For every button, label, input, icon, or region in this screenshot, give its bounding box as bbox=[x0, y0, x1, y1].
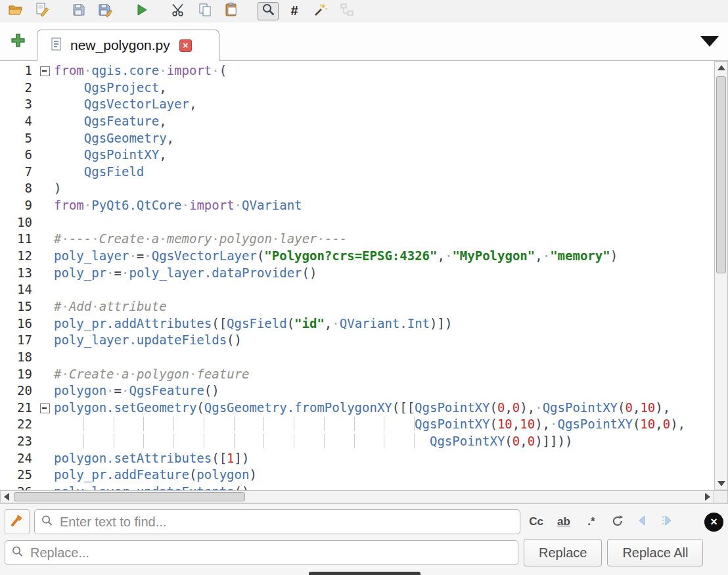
code-line[interactable]: 2 QgsProject, bbox=[0, 80, 714, 97]
next-match-icon bbox=[660, 513, 675, 531]
line-number[interactable]: 6 bbox=[0, 147, 37, 164]
code-line[interactable]: 22 QgsPointXY(10,10),·QgsPointXY(10,0), bbox=[0, 416, 714, 433]
code-line[interactable]: 17poly_layer.updateFields() bbox=[0, 332, 714, 349]
save-as-button[interactable] bbox=[95, 2, 116, 20]
line-number[interactable]: 23 bbox=[0, 433, 37, 450]
code-line[interactable]: 18 bbox=[0, 349, 714, 366]
vertical-scrollbar-thumb[interactable] bbox=[716, 76, 726, 273]
copy-icon bbox=[197, 2, 213, 20]
line-number[interactable]: 5 bbox=[0, 130, 37, 147]
code-line[interactable]: 1from·qgis.core·import·( bbox=[0, 62, 714, 80]
vertical-scrollbar[interactable] bbox=[714, 61, 728, 490]
code-line[interactable]: 23 QgsPointXY(0,0)]])) bbox=[0, 433, 714, 450]
code-line[interactable]: 19#·Create·a·polygon·feature bbox=[0, 366, 714, 383]
code-line[interactable]: 9from·PyQt6.QtCore·import·QVariant bbox=[0, 197, 714, 214]
tab-new-polygon[interactable]: new_polygon.py × bbox=[37, 30, 219, 61]
run-script-button[interactable] bbox=[131, 2, 152, 20]
code-line[interactable]: 5 QgsGeometry, bbox=[0, 130, 714, 147]
line-number[interactable]: 7 bbox=[0, 164, 37, 181]
object-inspector-button[interactable] bbox=[336, 2, 357, 20]
code-line[interactable]: 7 QgsField bbox=[0, 164, 714, 181]
line-number[interactable]: 2 bbox=[0, 80, 37, 97]
find-next-button[interactable] bbox=[657, 511, 678, 532]
line-number[interactable]: 22 bbox=[0, 416, 37, 433]
replace-input[interactable] bbox=[5, 540, 518, 565]
match-case-toggle[interactable]: Cc bbox=[524, 511, 548, 533]
line-number[interactable]: 26 bbox=[0, 484, 37, 490]
line-number[interactable]: 11 bbox=[0, 231, 37, 248]
line-number[interactable]: 25 bbox=[0, 467, 37, 484]
paste-button[interactable] bbox=[221, 2, 242, 20]
line-number[interactable]: 15 bbox=[0, 298, 37, 315]
code-lines[interactable]: 1from·qgis.core·import·(2 QgsProject,3 Q… bbox=[0, 61, 714, 490]
whole-word-toggle[interactable]: ab bbox=[552, 511, 576, 533]
horizontal-scrollbar[interactable] bbox=[0, 490, 714, 503]
scroll-down-arrow[interactable] bbox=[715, 478, 727, 490]
code-text: poly_pr·=·poly_layer.dataProvider() bbox=[54, 265, 317, 282]
line-number[interactable]: 4 bbox=[0, 113, 37, 130]
plus-icon bbox=[10, 32, 26, 51]
new-script-button[interactable] bbox=[32, 2, 53, 20]
copy-button[interactable] bbox=[194, 2, 216, 20]
find-previous-button[interactable] bbox=[632, 511, 653, 532]
cut-button[interactable] bbox=[168, 2, 189, 20]
code-line[interactable]: 16poly_pr.addAttributes([QgsField("id",·… bbox=[0, 315, 714, 333]
line-number[interactable]: 3 bbox=[0, 96, 37, 113]
code-line[interactable]: 3 QgsVectorLayer, bbox=[0, 96, 714, 113]
code-line[interactable]: 8) bbox=[0, 180, 714, 197]
horizontal-scrollbar-thumb[interactable] bbox=[14, 492, 245, 501]
replace-all-button[interactable]: Replace All bbox=[607, 539, 703, 566]
find-input[interactable] bbox=[34, 509, 520, 534]
find-options-button[interactable] bbox=[5, 509, 30, 534]
line-number[interactable]: 18 bbox=[0, 349, 37, 366]
background-window-edge bbox=[309, 572, 421, 575]
code-line[interactable]: 26poly_layer.updateExtents() bbox=[0, 484, 714, 490]
code-line[interactable]: 14 bbox=[0, 281, 714, 298]
code-line[interactable]: 10 bbox=[0, 214, 714, 231]
line-number[interactable]: 16 bbox=[0, 315, 37, 333]
toggle-comment-button[interactable]: # bbox=[284, 2, 305, 20]
code-line[interactable]: 13poly_pr·=·poly_layer.dataProvider() bbox=[0, 265, 714, 282]
line-number[interactable]: 9 bbox=[0, 197, 37, 214]
code-line[interactable]: 4 QgsFeature, bbox=[0, 113, 714, 130]
save-button[interactable] bbox=[68, 2, 89, 20]
regex-toggle[interactable]: .* bbox=[580, 511, 603, 533]
code-line[interactable]: 24polygon.setAttributes([1]) bbox=[0, 450, 714, 467]
code-line[interactable]: 25poly_pr.addFeature(polygon) bbox=[0, 467, 714, 484]
find-text-button[interactable] bbox=[258, 2, 279, 20]
scroll-up-arrow[interactable] bbox=[715, 62, 727, 74]
tab-close-icon[interactable]: × bbox=[179, 39, 192, 52]
code-line[interactable]: 21polygon.setGeometry(QgsGeometry.fromPo… bbox=[0, 400, 714, 417]
line-number[interactable]: 19 bbox=[0, 366, 37, 383]
line-number[interactable]: 17 bbox=[0, 332, 37, 349]
find-tool-icon bbox=[9, 513, 25, 531]
line-number[interactable]: 12 bbox=[0, 248, 37, 265]
scroll-right-arrow[interactable] bbox=[702, 491, 714, 503]
wrap-around-toggle[interactable] bbox=[607, 511, 628, 532]
reformat-code-button[interactable] bbox=[310, 2, 331, 20]
tab-list-dropdown-icon[interactable] bbox=[700, 36, 719, 47]
fold-marker[interactable] bbox=[37, 62, 54, 80]
code-line[interactable]: 12poly_layer·=·QgsVectorLayer("Polygon?c… bbox=[0, 248, 714, 265]
code-editor: 1from·qgis.core·import·(2 QgsProject,3 Q… bbox=[0, 61, 728, 490]
code-line[interactable]: 11#·---·Create·a·memory·polygon·layer·--… bbox=[0, 231, 714, 248]
code-line[interactable]: 6 QgsPointXY, bbox=[0, 147, 714, 164]
line-number[interactable]: 14 bbox=[0, 281, 37, 298]
line-number[interactable]: 21 bbox=[0, 400, 37, 417]
line-number[interactable]: 10 bbox=[0, 214, 37, 231]
line-number[interactable]: 8 bbox=[0, 180, 37, 197]
code-line[interactable]: 20polygon·=·QgsFeature() bbox=[0, 382, 714, 400]
open-script-button[interactable] bbox=[5, 2, 26, 20]
close-find-bar-button[interactable]: × bbox=[704, 513, 723, 532]
fold-spacer bbox=[37, 332, 54, 349]
fold-spacer bbox=[37, 467, 54, 484]
replace-button[interactable]: Replace bbox=[524, 539, 602, 566]
line-number[interactable]: 20 bbox=[0, 382, 37, 400]
scroll-left-arrow[interactable] bbox=[1, 491, 12, 503]
line-number[interactable]: 1 bbox=[0, 62, 37, 80]
line-number[interactable]: 24 bbox=[0, 450, 37, 467]
new-tab-button[interactable] bbox=[9, 33, 26, 50]
code-line[interactable]: 15#·Add·attribute bbox=[0, 298, 714, 315]
line-number[interactable]: 13 bbox=[0, 265, 37, 282]
fold-marker[interactable] bbox=[37, 400, 54, 417]
